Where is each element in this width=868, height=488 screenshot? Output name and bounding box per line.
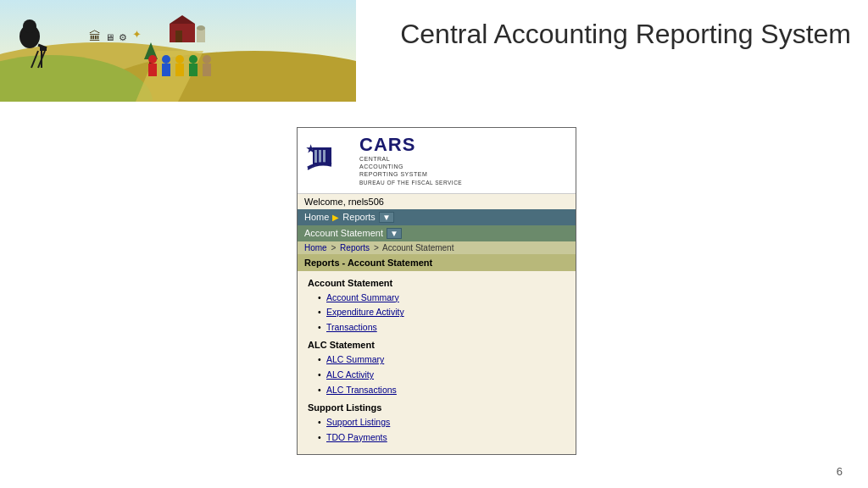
cars-header: ★ CARS CENTRAL ACCOUNTING REPORTING SYST…: [298, 128, 576, 194]
home-reports-nav[interactable]: Home ▶ Reports ▼: [298, 209, 576, 225]
section-heading-account-statement: Account Statement: [308, 278, 565, 288]
svg-point-13: [23, 19, 36, 33]
svg-point-27: [175, 55, 184, 64]
alc-activity-link[interactable]: ALC Activity: [326, 369, 374, 380]
svg-rect-37: [323, 149, 326, 163]
cars-window: ★ CARS CENTRAL ACCOUNTING REPORTING SYST…: [297, 127, 576, 455]
svg-point-31: [203, 55, 211, 64]
breadcrumb-reports[interactable]: Reports: [340, 243, 370, 252]
alc-statement-links: ALC Summary ALC Activity ALC Transaction…: [308, 352, 565, 398]
main-title: Central Accounting Reporting System: [400, 19, 851, 50]
reports-nav-label[interactable]: Reports: [342, 212, 376, 222]
svg-rect-30: [189, 64, 198, 76]
section-heading-alc-statement: ALC Statement: [308, 340, 565, 350]
content-area: Account Statement Account Summary Expend…: [298, 271, 576, 455]
svg-point-9: [197, 25, 205, 30]
list-item: ALC Transactions: [318, 383, 565, 398]
list-item: TDO Payments: [318, 430, 565, 446]
welcome-text: Welcome, rnels506: [298, 194, 576, 209]
account-summary-link[interactable]: Account Summary: [326, 292, 399, 302]
svg-text:🏛: 🏛: [89, 30, 101, 43]
account-dropdown-icon[interactable]: ▼: [387, 228, 402, 239]
svg-rect-7: [175, 30, 182, 42]
alc-transactions-link[interactable]: ALC Transactions: [326, 385, 397, 395]
nav-arrow-icon: ▶: [332, 213, 339, 222]
tdo-payments-link[interactable]: TDO Payments: [326, 432, 387, 442]
list-item: Account Summary: [318, 291, 565, 306]
home-nav-label[interactable]: Home: [304, 212, 329, 222]
breadcrumb-sep-2: >: [374, 243, 379, 252]
svg-text:🖥: 🖥: [105, 32, 114, 42]
support-listings-link[interactable]: Support Listings: [326, 417, 390, 427]
section-heading-support-listings: Support Listings: [308, 402, 565, 413]
slide-number: 6: [837, 465, 843, 478]
account-statement-label[interactable]: Account Statement: [304, 228, 383, 238]
list-item: Transactions: [318, 320, 565, 336]
svg-rect-28: [175, 64, 184, 76]
cars-text-block: CARS CENTRAL ACCOUNTING REPORTING SYSTEM…: [359, 135, 462, 186]
nav-dropdown-icon[interactable]: ▼: [379, 212, 394, 223]
account-statement-links: Account Summary Expenditure Activity Tra…: [308, 291, 565, 336]
cars-name: CARS: [359, 135, 462, 155]
account-statement-nav[interactable]: Account Statement ▼: [298, 225, 576, 241]
list-item: ALC Summary: [318, 352, 565, 368]
svg-rect-26: [162, 64, 170, 76]
svg-point-25: [162, 55, 170, 64]
list-item: ALC Activity: [318, 368, 565, 383]
cars-subtitle: CENTRAL ACCOUNTING REPORTING SYSTEM: [359, 155, 462, 178]
svg-rect-32: [203, 64, 211, 76]
support-listings-links: Support Listings TDO Payments: [308, 415, 565, 446]
svg-rect-36: [319, 149, 321, 163]
alc-summary-link[interactable]: ALC Summary: [326, 354, 384, 364]
list-item: Expenditure Activity: [318, 305, 565, 320]
banner-image: 🏛 🖥 ⚙ ✦: [0, 0, 356, 102]
svg-text:⚙: ⚙: [119, 32, 127, 42]
transactions-link[interactable]: Transactions: [326, 322, 377, 332]
svg-point-29: [189, 55, 198, 64]
breadcrumb-sep-1: >: [331, 243, 336, 252]
cars-bfs: BUREAU OF THE FISCAL SERVICE: [359, 180, 462, 186]
cars-logo-icon: ★: [306, 142, 353, 178]
svg-text:✦: ✦: [132, 28, 142, 41]
svg-rect-39: [313, 147, 331, 150]
expenditure-activity-link[interactable]: Expenditure Activity: [326, 307, 404, 317]
list-item: Support Listings: [318, 415, 565, 430]
section-title-bar: Reports - Account Statement: [298, 254, 576, 271]
breadcrumb-current: Account Statement: [382, 243, 454, 252]
breadcrumb-home[interactable]: Home: [304, 243, 327, 252]
svg-point-23: [148, 55, 157, 64]
svg-rect-35: [314, 149, 317, 163]
breadcrumb: Home > Reports > Account Statement: [298, 241, 576, 254]
svg-rect-24: [148, 64, 157, 76]
